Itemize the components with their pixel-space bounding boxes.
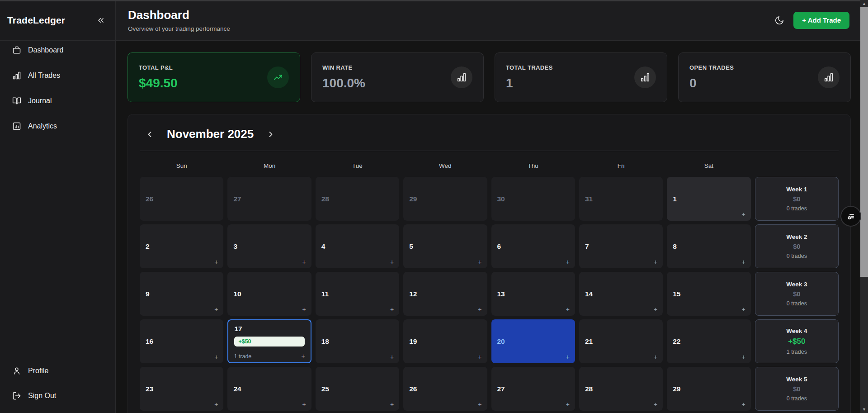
day-cell-25[interactable]: 25+ — [316, 367, 399, 411]
day-cell-8[interactable]: 8+ — [667, 224, 750, 268]
add-trade-on-day-button[interactable]: + — [566, 259, 570, 265]
day-cell-12[interactable]: 12+ — [403, 272, 487, 316]
day-number: 17 — [234, 325, 304, 332]
add-trade-on-day-button[interactable]: + — [741, 259, 745, 265]
day-cell-15[interactable]: 15+ — [667, 272, 750, 316]
week-summary-trades: 0 trades — [787, 300, 807, 307]
add-trade-on-day-button[interactable]: + — [302, 259, 306, 265]
week-summary-week-4: Week 4+$501 trades — [755, 319, 839, 363]
day-cell-30-prev[interactable]: 30 — [491, 177, 575, 221]
add-trade-on-day-button[interactable]: + — [214, 259, 218, 265]
calendar-week-row: 16+17+$501 trade+18+19+20+21+22+Week 4+$… — [140, 319, 839, 363]
sidebar-collapse-button[interactable] — [96, 16, 105, 25]
day-cell-3[interactable]: 3+ — [227, 224, 311, 268]
add-trade-on-day-button[interactable]: + — [654, 306, 657, 313]
app-brand: TradeLedger — [7, 15, 65, 26]
day-cell-29[interactable]: 29+ — [667, 367, 750, 411]
day-cell-18[interactable]: 18+ — [316, 319, 399, 363]
add-trade-on-day-button[interactable]: + — [214, 401, 218, 408]
day-cell-26[interactable]: 26+ — [403, 367, 487, 411]
sidebar-item-journal[interactable]: Journal — [6, 91, 109, 110]
day-cell-28[interactable]: 28+ — [579, 367, 663, 411]
day-cell-27[interactable]: 27+ — [491, 367, 575, 411]
add-trade-on-day-button[interactable]: + — [478, 306, 481, 313]
add-trade-on-day-button[interactable]: + — [566, 306, 570, 313]
content: TOTAL P&L$49.50WIN RATE100.0%TOTAL TRADE… — [116, 41, 868, 413]
day-cell-28-prev[interactable]: 28 — [316, 177, 399, 221]
day-cell-9[interactable]: 9+ — [140, 272, 223, 316]
day-cell-10[interactable]: 10+ — [227, 272, 311, 316]
add-trade-on-day-button[interactable]: + — [390, 306, 394, 313]
day-cell-20[interactable]: 20+ — [491, 319, 575, 363]
floating-widget-button[interactable] — [840, 206, 861, 227]
day-cell-2[interactable]: 2+ — [140, 224, 223, 268]
scrollbar-up-arrow[interactable]: ▲ — [860, 0, 868, 7]
sidebar-footer-nav: ProfileSign Out — [0, 361, 115, 413]
day-cell-22[interactable]: 22+ — [667, 319, 750, 363]
add-trade-on-day-button[interactable]: + — [741, 401, 745, 408]
stat-card-value: 100.0% — [322, 76, 365, 90]
sidebar-item-sign-out[interactable]: Sign Out — [6, 386, 109, 405]
week-summary-pnl: +$50 — [788, 337, 805, 346]
day-cell-31-prev[interactable]: 31 — [579, 177, 663, 221]
add-trade-on-day-button[interactable]: + — [302, 306, 306, 313]
prev-month-button[interactable] — [143, 128, 156, 141]
add-trade-on-day-button[interactable]: + — [478, 354, 481, 360]
day-cell-19[interactable]: 19+ — [403, 319, 487, 363]
scrollbar-down-arrow[interactable]: ▼ — [860, 406, 868, 413]
next-month-button[interactable] — [264, 128, 277, 141]
add-trade-on-day-button[interactable]: + — [654, 354, 657, 360]
day-cell-21[interactable]: 21+ — [579, 319, 663, 363]
day-cell-13[interactable]: 13+ — [491, 272, 575, 316]
add-trade-on-day-button[interactable]: + — [566, 354, 570, 360]
day-cell-6[interactable]: 6+ — [491, 224, 575, 268]
day-cell-5[interactable]: 5+ — [403, 224, 487, 268]
day-cell-16[interactable]: 16+ — [140, 319, 223, 363]
sidebar-item-dashboard[interactable]: Dashboard — [6, 41, 109, 60]
day-cell-24[interactable]: 24+ — [227, 367, 311, 411]
add-trade-on-day-button[interactable]: + — [302, 401, 306, 408]
sidebar-item-all-trades[interactable]: All Trades — [6, 66, 109, 85]
day-number: 26 — [409, 385, 481, 393]
add-trade-on-day-button[interactable]: + — [566, 401, 570, 408]
day-cell-29-prev[interactable]: 29 — [403, 177, 487, 221]
day-cell-23[interactable]: 23+ — [140, 367, 223, 411]
add-trade-on-day-button[interactable]: + — [214, 306, 218, 313]
theme-toggle-button[interactable] — [774, 15, 784, 25]
day-cell-27-prev[interactable]: 27 — [227, 177, 311, 221]
add-trade-on-day-button[interactable]: + — [302, 353, 305, 359]
day-cell-11[interactable]: 11+ — [316, 272, 399, 316]
add-trade-on-day-button[interactable]: + — [741, 211, 745, 218]
day-cell-14[interactable]: 14+ — [579, 272, 663, 316]
day-cell-17[interactable]: 17+$501 trade+ — [227, 319, 311, 363]
day-number: 22 — [673, 338, 745, 345]
add-trade-on-day-button[interactable]: + — [478, 401, 481, 408]
scrollbar-thumb[interactable] — [860, 7, 868, 277]
sidebar-header: TradeLedger — [0, 0, 115, 41]
day-number: 4 — [321, 243, 393, 250]
stat-card-text: WIN RATE100.0% — [322, 64, 365, 90]
add-trade-on-day-button[interactable]: + — [390, 259, 394, 265]
add-trade-on-day-button[interactable]: + — [390, 401, 394, 408]
sidebar-item-profile[interactable]: Profile — [6, 361, 109, 380]
add-trade-on-day-button[interactable]: + — [214, 354, 218, 360]
chevron-right-icon — [266, 130, 275, 139]
day-cell-26-prev[interactable]: 26 — [140, 177, 223, 221]
week-summary-label: Week 5 — [786, 376, 807, 383]
add-trade-on-day-button[interactable]: + — [478, 259, 481, 265]
add-trade-on-day-button[interactable]: + — [654, 259, 657, 265]
add-trade-on-day-button[interactable]: + — [741, 354, 745, 360]
add-trade-on-day-button[interactable]: + — [741, 306, 745, 313]
calendar-week-row: 23+24+25+26+27+28+29+Week 5$00 trades — [140, 367, 839, 411]
chevrons-left-icon — [96, 16, 105, 25]
vertical-scrollbar[interactable]: ▲ ▼ — [860, 0, 868, 413]
add-trade-on-day-button[interactable]: + — [654, 401, 657, 408]
day-cell-7[interactable]: 7+ — [579, 224, 663, 268]
day-cell-1[interactable]: 1+ — [667, 177, 750, 221]
day-number: 20 — [497, 338, 569, 345]
add-trade-on-day-button[interactable]: + — [390, 354, 394, 360]
sidebar-item-analytics[interactable]: Analytics — [6, 117, 109, 136]
day-cell-4[interactable]: 4+ — [316, 224, 399, 268]
add-trade-button[interactable]: + Add Trade — [793, 12, 849, 29]
day-number: 25 — [321, 385, 393, 393]
